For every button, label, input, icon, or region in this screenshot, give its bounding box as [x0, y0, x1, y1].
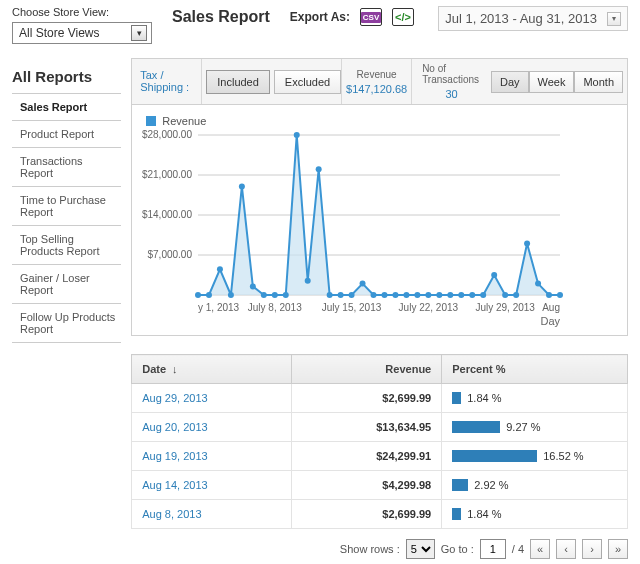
svg-text:July 8, 2013: July 8, 2013	[248, 302, 302, 313]
svg-point-12	[228, 292, 234, 298]
svg-point-19	[305, 278, 311, 284]
svg-point-26	[382, 292, 388, 298]
svg-point-11	[217, 266, 223, 272]
svg-point-29	[415, 292, 421, 298]
svg-text:Aug: Aug	[542, 302, 560, 313]
store-view-select[interactable]: All Store Views ▾	[12, 22, 152, 44]
cell-revenue: $4,299.98	[292, 471, 442, 500]
percent-label: 2.92 %	[474, 479, 508, 491]
revenue-metric-value: $147,120.68	[346, 83, 407, 95]
svg-text:$7,000.00: $7,000.00	[148, 249, 193, 260]
cell-revenue: $2,699.99	[292, 384, 442, 413]
cell-date[interactable]: Aug 8, 2013	[132, 500, 292, 529]
prev-page-button[interactable]: ‹	[556, 539, 576, 559]
store-view-label: Choose Store View:	[12, 6, 172, 18]
transactions-metric-value: 30	[445, 88, 457, 100]
excluded-button[interactable]: Excluded	[274, 70, 341, 94]
date-range-picker[interactable]: Jul 1, 2013 - Aug 31, 2013 ▾	[438, 6, 628, 31]
first-page-button[interactable]: «	[530, 539, 550, 559]
store-view-value: All Store Views	[19, 26, 99, 40]
sidebar-item-top-selling-products-report[interactable]: Top Selling Products Report	[12, 226, 121, 265]
percent-bar	[452, 479, 468, 491]
last-page-button[interactable]: »	[608, 539, 628, 559]
svg-point-17	[283, 292, 289, 298]
sort-desc-icon: ↓	[172, 363, 178, 375]
cell-percent: 1.84 %	[442, 384, 628, 413]
cell-percent: 16.52 %	[442, 442, 628, 471]
svg-point-36	[491, 272, 497, 278]
export-label: Export As:	[290, 10, 350, 24]
sidebar-item-follow-up-products-report[interactable]: Follow Up Products Report	[12, 304, 121, 343]
svg-text:July 15, 2013: July 15, 2013	[322, 302, 382, 313]
cell-date[interactable]: Aug 19, 2013	[132, 442, 292, 471]
svg-text:$14,000.00: $14,000.00	[142, 209, 192, 220]
segment-day[interactable]: Day	[491, 71, 529, 93]
revenue-metric: Revenue $147,120.68	[341, 59, 411, 104]
col-date[interactable]: Date↓	[132, 355, 292, 384]
table-row: Aug 8, 2013$2,699.991.84 %	[132, 500, 628, 529]
cell-revenue: $24,299.91	[292, 442, 442, 471]
export-xml-icon[interactable]: </>	[392, 8, 414, 26]
col-percent[interactable]: Percent %	[442, 355, 628, 384]
percent-label: 1.84 %	[467, 508, 501, 520]
cell-percent: 2.92 %	[442, 471, 628, 500]
svg-point-30	[426, 292, 432, 298]
chart-legend: Revenue	[146, 115, 621, 127]
svg-point-15	[261, 292, 267, 298]
svg-text:July 22, 2013: July 22, 2013	[399, 302, 459, 313]
percent-bar	[452, 450, 537, 462]
sidebar-item-gainer-loser-report[interactable]: Gainer / Loser Report	[12, 265, 121, 304]
legend-swatch-revenue	[146, 116, 156, 126]
sidebar-item-product-report[interactable]: Product Report	[12, 121, 121, 148]
percent-label: 9.27 %	[506, 421, 540, 433]
cell-date[interactable]: Aug 14, 2013	[132, 471, 292, 500]
chevron-down-icon: ▾	[607, 12, 621, 26]
svg-point-28	[404, 292, 410, 298]
svg-point-41	[546, 292, 552, 298]
svg-point-42	[557, 292, 563, 298]
export-csv-icon[interactable]: CSV	[360, 8, 382, 26]
svg-text:July 29, 2013: July 29, 2013	[476, 302, 536, 313]
sidebar-item-transactions-report[interactable]: Transactions Report	[12, 148, 121, 187]
cell-date[interactable]: Aug 20, 2013	[132, 413, 292, 442]
revenue-metric-label: Revenue	[357, 69, 397, 80]
svg-point-37	[502, 292, 508, 298]
chevron-down-icon: ▾	[131, 25, 147, 41]
percent-bar	[452, 421, 500, 433]
page-title: Sales Report	[172, 8, 270, 26]
segment-week[interactable]: Week	[529, 71, 575, 93]
svg-point-21	[327, 292, 333, 298]
svg-text:y 1, 2013: y 1, 2013	[198, 302, 240, 313]
percent-label: 1.84 %	[467, 392, 501, 404]
svg-point-14	[250, 283, 256, 289]
cell-revenue: $2,699.99	[292, 500, 442, 529]
table-row: Aug 20, 2013$13,634.959.27 %	[132, 413, 628, 442]
cell-date[interactable]: Aug 29, 2013	[132, 384, 292, 413]
pager: Show rows : 5 Go to : / 4 « ‹ › »	[131, 539, 628, 559]
col-revenue[interactable]: Revenue	[292, 355, 442, 384]
svg-point-25	[371, 292, 377, 298]
legend-label-revenue: Revenue	[162, 115, 206, 127]
svg-point-10	[206, 292, 212, 298]
rows-per-page-select[interactable]: 5	[406, 539, 435, 559]
next-page-button[interactable]: ›	[582, 539, 602, 559]
svg-point-35	[480, 292, 486, 298]
table-row: Aug 14, 2013$4,299.982.92 %	[132, 471, 628, 500]
cell-percent: 1.84 %	[442, 500, 628, 529]
included-button[interactable]: Included	[206, 70, 270, 94]
table-row: Aug 29, 2013$2,699.991.84 %	[132, 384, 628, 413]
goto-page-input[interactable]	[480, 539, 506, 559]
percent-label: 16.52 %	[543, 450, 583, 462]
sidebar-item-sales-report[interactable]: Sales Report	[12, 93, 121, 121]
transactions-metric: No of Transactions 30	[411, 59, 491, 104]
cell-revenue: $13,634.95	[292, 413, 442, 442]
svg-point-40	[535, 281, 541, 287]
sidebar-item-time-to-purchase-report[interactable]: Time to Purchase Report	[12, 187, 121, 226]
cell-percent: 9.27 %	[442, 413, 628, 442]
percent-bar	[452, 392, 461, 404]
svg-text:$28,000.00: $28,000.00	[142, 129, 192, 140]
sales-table: Date↓ Revenue Percent % Aug 29, 2013$2,6…	[131, 354, 628, 529]
tax-shipping-label: Tax / Shipping :	[132, 59, 201, 104]
table-row: Aug 19, 2013$24,299.9116.52 %	[132, 442, 628, 471]
segment-month[interactable]: Month	[574, 71, 623, 93]
